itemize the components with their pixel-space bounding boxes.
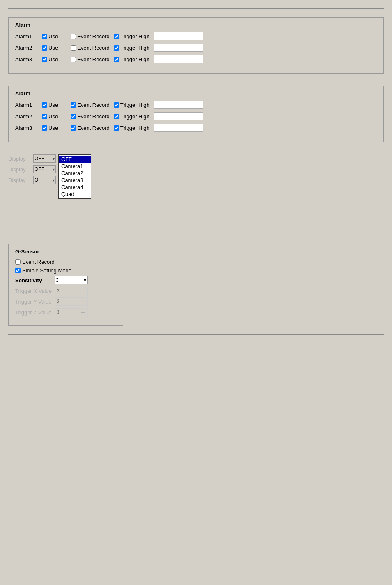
- alarm1-trigger-label: Trigger High: [120, 33, 150, 39]
- gsensor-event-record-row: Event Record: [15, 259, 116, 265]
- display-row-1: Display OFF ▾: [8, 154, 56, 163]
- s2-alarm2-use-checkbox[interactable]: [42, 114, 47, 119]
- display-select-2-value: OFF: [35, 166, 44, 172]
- gsensor-sensitivity-arrow: ▾: [84, 277, 86, 283]
- alarm2-text-input[interactable]: Brake: [154, 44, 203, 52]
- alarm3-event-checkbox[interactable]: [71, 57, 76, 62]
- s2-alarm1-text-input[interactable]: Door: [154, 101, 203, 109]
- s2-alarm3-trigger-label: Trigger High: [120, 125, 150, 131]
- dropdown-item-quad[interactable]: Quad: [59, 191, 91, 198]
- display-label-2: Display: [8, 166, 31, 173]
- alarm2-row-1: Alarm2 Use Event Record Trigger High Bra…: [15, 44, 377, 52]
- gsensor-sensitivity-label: Sensitivity: [15, 277, 52, 283]
- alarm3-event-label: Event Record: [77, 56, 110, 62]
- display-select-1[interactable]: OFF ▾: [33, 154, 56, 163]
- alarm2-label: Alarm2: [15, 45, 38, 51]
- gsensor-event-record-checkbox[interactable]: [15, 259, 21, 265]
- display-select-3[interactable]: OFF ▾: [33, 176, 56, 184]
- s2-alarm3-event-checkbox[interactable]: [71, 125, 76, 131]
- gsensor-trigger-y-arrow: —: [81, 299, 85, 304]
- alarm1-use-label: Use: [48, 33, 58, 39]
- alarm1-event-group: Event Record: [71, 33, 110, 39]
- s2-alarm3-event-label: Event Record: [77, 125, 110, 131]
- gsensor-title: G-Sensor: [15, 249, 116, 255]
- alarm1-row-2: Alarm1 Use Event Record Trigger High Doo…: [15, 101, 377, 109]
- alarm-section-1: Alarm Alarm1 Use Event Record Trigger Hi…: [8, 17, 384, 74]
- s2-alarm2-trigger-label: Trigger High: [120, 113, 150, 120]
- gsensor-trigger-y-select[interactable]: 3 —: [55, 297, 88, 306]
- s2-alarm2-label: Alarm2: [15, 113, 38, 120]
- gsensor-trigger-y-label: Trigger Y Value: [15, 299, 52, 305]
- s2-alarm3-use-checkbox[interactable]: [42, 125, 47, 131]
- alarm2-event-group: Event Record: [71, 45, 110, 51]
- alarm1-event-checkbox[interactable]: [71, 34, 76, 39]
- s2-alarm1-trigger-group: Trigger High: [114, 102, 150, 108]
- s2-alarm3-use-label: Use: [48, 125, 58, 131]
- alarm3-trigger-checkbox[interactable]: [114, 57, 119, 62]
- display-dropdown-panel: OFF Camera1 Camera2 Camera3 Camera4 Quad: [58, 154, 91, 199]
- gsensor-trigger-x-select[interactable]: 3 —: [55, 287, 88, 295]
- dropdown-item-camera3[interactable]: Camera3: [59, 177, 91, 184]
- s2-alarm1-event-checkbox[interactable]: [71, 102, 76, 108]
- alarm3-trigger-label: Trigger High: [120, 56, 150, 62]
- s2-alarm1-use-label: Use: [48, 102, 58, 108]
- alarm1-use-group: Use: [42, 33, 67, 39]
- gsensor-trigger-x-value: 3: [57, 288, 60, 294]
- s2-alarm3-trigger-checkbox[interactable]: [114, 125, 119, 131]
- dropdown-item-camera4[interactable]: Camera4: [59, 184, 91, 191]
- s2-alarm3-trigger-group: Trigger High: [114, 125, 150, 131]
- gsensor-simple-setting-checkbox[interactable]: [15, 268, 21, 273]
- gsensor-trigger-y-value: 3: [57, 299, 60, 304]
- alarm2-event-checkbox[interactable]: [71, 45, 76, 51]
- alarm2-use-checkbox[interactable]: [42, 45, 47, 51]
- alarm3-trigger-group: Trigger High: [114, 56, 150, 62]
- display-select-1-arrow: ▾: [53, 157, 55, 161]
- alarm3-use-label: Use: [48, 56, 58, 62]
- s2-alarm3-event-group: Event Record: [71, 125, 110, 131]
- alarm1-text-input[interactable]: Left: [154, 32, 203, 40]
- dropdown-item-camera2[interactable]: Camera2: [59, 170, 91, 177]
- alarm-section-2: Alarm Alarm1 Use Event Record Trigger Hi…: [8, 86, 384, 142]
- display-left-panel: Display OFF ▾ Display OFF ▾ Display OFF …: [8, 154, 56, 199]
- gsensor-trigger-y-row: Trigger Y Value 3 —: [15, 297, 116, 306]
- alarm3-event-group: Event Record: [71, 56, 110, 62]
- alarm1-trigger-group: Trigger High: [114, 33, 150, 39]
- gsensor-sensitivity-select[interactable]: 3 ▾: [55, 276, 88, 284]
- alarm1-trigger-checkbox[interactable]: [114, 34, 119, 39]
- alarm2-row-2: Alarm2 Use Event Record Trigger High Met…: [15, 112, 377, 120]
- s2-alarm2-event-label: Event Record: [77, 113, 110, 120]
- dropdown-item-off[interactable]: OFF: [59, 156, 91, 163]
- s2-alarm2-use-group: Use: [42, 113, 67, 120]
- alarm-section-1-title: Alarm: [15, 22, 377, 28]
- gsensor-sensitivity-row: Sensitivity 3 ▾: [15, 276, 116, 284]
- top-divider: [8, 8, 384, 9]
- s2-alarm2-text-input[interactable]: Meter: [154, 112, 203, 120]
- alarm2-trigger-label: Trigger High: [120, 45, 150, 51]
- display-select-2[interactable]: OFF ▾: [33, 165, 56, 173]
- alarm-section-2-title: Alarm: [15, 90, 377, 97]
- alarm3-use-checkbox[interactable]: [42, 57, 47, 62]
- display-section: Display OFF ▾ Display OFF ▾ Display OFF …: [8, 154, 384, 199]
- display-row-2: Display OFF ▾: [8, 165, 56, 173]
- gsensor-sensitivity-value: 3: [56, 277, 59, 283]
- gsensor-simple-setting-label: Simple Setting Mode: [22, 267, 71, 274]
- s2-alarm2-trigger-checkbox[interactable]: [114, 114, 119, 119]
- display-select-3-value: OFF: [35, 177, 44, 183]
- gsensor-trigger-z-arrow: —: [81, 309, 85, 315]
- alarm3-text-input[interactable]: Right: [154, 55, 203, 63]
- alarm2-trigger-checkbox[interactable]: [114, 45, 119, 51]
- dropdown-item-camera1[interactable]: Camera1: [59, 163, 91, 170]
- gsensor-event-record-label: Event Record: [22, 259, 55, 265]
- s2-alarm3-text-input[interactable]: etc: [154, 124, 203, 132]
- gsensor-trigger-z-select[interactable]: 3 —: [55, 308, 88, 316]
- s2-alarm3-label: Alarm3: [15, 125, 38, 131]
- alarm2-use-group: Use: [42, 45, 67, 51]
- display-label-1: Display: [8, 156, 31, 162]
- spacer: [8, 211, 384, 244]
- alarm1-use-checkbox[interactable]: [42, 34, 47, 39]
- s2-alarm2-event-checkbox[interactable]: [71, 114, 76, 119]
- alarm1-label: Alarm1: [15, 33, 38, 39]
- s2-alarm1-trigger-checkbox[interactable]: [114, 102, 119, 108]
- s2-alarm1-use-checkbox[interactable]: [42, 102, 47, 108]
- alarm2-trigger-group: Trigger High: [114, 45, 150, 51]
